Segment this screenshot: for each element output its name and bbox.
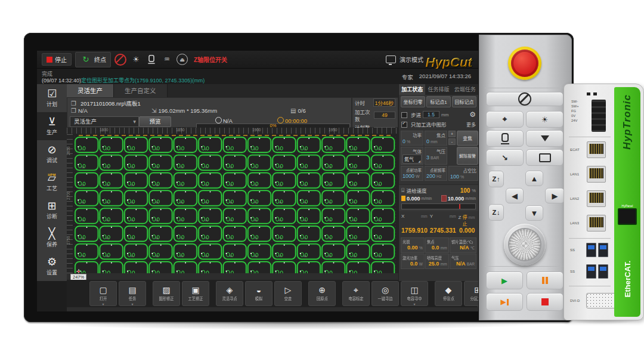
sidebar-item-settings[interactable]: ⚙ 设置 — [37, 252, 67, 280]
demo-mode-label[interactable]: 演示模式 — [400, 55, 423, 64]
power-cell[interactable]: 功率 0% — [401, 131, 423, 146]
rj45-port[interactable] — [587, 166, 606, 183]
red-light-icon[interactable]: ☀ — [130, 54, 142, 66]
burst-power-cell[interactable]: 点射功率 1000W — [401, 166, 423, 181]
sidebar-item-production[interactable]: ⊻ 生产 — [37, 112, 67, 140]
toolbar-button-zone-process[interactable]: ⊞ 分区加工 — [464, 281, 478, 306]
gear-icon[interactable]: ⚙ — [469, 110, 476, 119]
resume-button[interactable]: ▶ — [486, 293, 523, 311]
alarm-clear-button[interactable]: 解除报警 — [457, 147, 478, 165]
frame-button[interactable] — [526, 149, 564, 166]
preview-button[interactable]: 预览 — [139, 116, 171, 127]
sidebar-item-diagnosis[interactable]: ⊞ 诊断 — [37, 196, 67, 224]
svg-text:40: 40 — [82, 201, 85, 204]
laser-enable-button[interactable] — [486, 92, 564, 106]
stop-button[interactable]: 停止 — [42, 53, 72, 66]
sidebar-item-maintenance[interactable]: ╳ 保养 — [37, 224, 67, 252]
usb-port[interactable] — [598, 243, 608, 257]
toolbar-button-simulate[interactable]: ◒ 模拟 — [245, 281, 273, 306]
toolbar-button-task[interactable]: ▤ 任务 — [119, 281, 146, 306]
follow-icon[interactable] — [145, 54, 157, 66]
zoom-focus-button[interactable]: 变焦 — [457, 131, 478, 146]
main-tab[interactable]: 生产自定义 — [114, 84, 168, 97]
svg-text:60: 60 — [254, 219, 257, 222]
laser-disable-icon[interactable] — [114, 54, 126, 66]
svg-text:15: 15 — [106, 166, 109, 169]
svg-text:79: 79 — [82, 255, 85, 258]
mark-button[interactable]: 坐标归零 — [401, 96, 425, 107]
usb-port[interactable] — [598, 264, 608, 279]
usb-port[interactable] — [586, 264, 596, 279]
step-input[interactable]: 1.5 — [423, 111, 439, 118]
mark-button[interactable]: 标记点1 — [426, 96, 451, 107]
burst-freq-cell[interactable]: 点射频率 200Hz — [425, 166, 447, 181]
follow-button[interactable] — [486, 130, 524, 147]
toolbar-button-edge-find[interactable]: ◎ 一键寻边 — [371, 281, 399, 306]
pause-button[interactable] — [527, 271, 564, 289]
toolbar-button-dock-point[interactable]: ◆ 停靠点 — [435, 281, 462, 306]
jog-right-button[interactable]: ▶ — [545, 188, 565, 203]
rj45-port[interactable] — [587, 190, 606, 207]
toolbar-button-process-fix[interactable]: ▣ 工艺修正 — [182, 281, 209, 306]
nesting-canvas[interactable]: 265027002750 1 2 — [67, 134, 398, 273]
gas-select[interactable]: 氮气 — [402, 155, 422, 163]
process-panel-tab[interactable]: 云端任务 — [452, 84, 478, 95]
toolbar-button-origin[interactable]: ⊕ 回原点 — [308, 281, 336, 306]
production-mode-select[interactable]: 灵活生产 — [70, 116, 139, 127]
jog-up-button[interactable]: ▲ — [525, 171, 543, 186]
blow-button[interactable] — [526, 130, 564, 147]
main-tab[interactable]: 灵活生产 — [67, 84, 114, 97]
more-link[interactable]: 更多 — [466, 121, 476, 128]
sensor-cell: 气压 N/A BAR — [450, 254, 476, 269]
jog-button[interactable]: ↘ — [486, 149, 524, 166]
toolbar-button-icon: ◎ — [382, 286, 389, 295]
mark-button[interactable]: 回标记点 — [452, 96, 476, 107]
toolbar-button-open[interactable]: ▢ 打开 — [89, 281, 117, 306]
feed-knob-dial[interactable] — [509, 229, 540, 260]
follow-icon — [501, 133, 509, 144]
feed-slider[interactable] — [401, 203, 476, 209]
red-light-button[interactable]: ☀ — [526, 111, 564, 128]
emergency-stop-button[interactable] — [508, 47, 541, 80]
focus-plus-button[interactable]: + — [448, 131, 456, 137]
z-down-button[interactable]: Z↓ — [488, 204, 504, 221]
jog-down-button[interactable]: ▼ — [525, 205, 543, 221]
rj45-port[interactable] — [587, 215, 606, 231]
emergency-stop-cap[interactable] — [511, 50, 538, 77]
process-panel-tab[interactable]: 加工状态 — [399, 84, 425, 95]
toolbar-button-dry-run[interactable]: ▷ 空走 — [274, 281, 302, 306]
crosshair-button[interactable]: ⌖ — [486, 111, 524, 128]
stop-cycle-button[interactable] — [527, 293, 564, 311]
feed-slider-marker[interactable] — [459, 204, 460, 209]
eject-icon[interactable]: ⏏ — [177, 54, 188, 65]
svg-text:23: 23 — [304, 166, 306, 169]
usb-label: SS — [570, 270, 583, 273]
sidebar-item-process[interactable]: ▱ HPM 工艺 — [37, 168, 67, 196]
toolbar-button-find-point[interactable]: ◈ 灵活寻点 — [216, 281, 243, 306]
jog-left-button[interactable]: ◀ — [506, 188, 524, 203]
pressure-cell[interactable]: 气压 3BAR — [425, 147, 447, 165]
power-terminal-block[interactable] — [592, 100, 606, 132]
only-selected-checkbox[interactable] — [401, 122, 407, 128]
blow-icon[interactable]: ♒ — [161, 54, 173, 66]
toolbar-button-icon: ▤ — [128, 286, 136, 295]
z-up-button[interactable]: Z↑ — [488, 171, 504, 187]
endpoint-button[interactable]: ↻ 终点 — [75, 52, 111, 67]
sidebar-item-plan[interactable]: ☑ 计划 — [37, 84, 67, 112]
hypanel-label: HyPanel — [618, 204, 637, 208]
duty-cell[interactable]: 占空比 100% — [448, 166, 478, 181]
toolbar-button-graphic-fix[interactable]: ▨ 图形修正 — [153, 281, 180, 306]
process-panel-tab[interactable]: 任务排版 — [425, 84, 451, 95]
sidebar: ☑ 计划 ⊻ 生产 ⊘ 调试 — [37, 84, 67, 281]
focus-minus-button[interactable]: - — [448, 138, 456, 145]
rj45-port[interactable] — [587, 141, 606, 158]
toolbar-button-calibrate[interactable]: ⌖ 电容标定 — [342, 281, 370, 306]
sidebar-item-debug[interactable]: ⊘ 调试 — [37, 140, 67, 168]
toolbar-button-center-find[interactable]: ◫ 电容寻中 — [401, 281, 428, 306]
step-checkbox[interactable] — [401, 112, 407, 118]
usb-port[interactable] — [586, 243, 596, 257]
feed-knob[interactable] — [504, 224, 546, 265]
start-button[interactable]: ▶ — [486, 271, 523, 289]
hypanel-port[interactable] — [618, 208, 637, 225]
focus-cell[interactable]: 焦点 0mm — [425, 131, 447, 146]
